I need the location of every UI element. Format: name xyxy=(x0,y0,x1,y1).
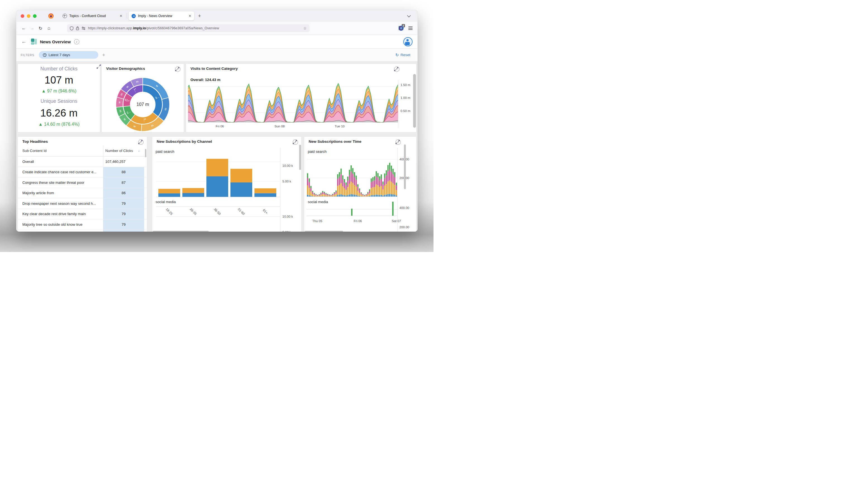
onepassword-icon[interactable] xyxy=(399,26,404,31)
back-button[interactable]: ← xyxy=(20,26,28,31)
time-bar-segment-orange[interactable] xyxy=(387,182,388,194)
time-bar-segment-magenta[interactable] xyxy=(389,170,390,181)
time-bar-segment-green[interactable] xyxy=(347,176,348,181)
time-bar-segment-green[interactable] xyxy=(372,177,373,181)
expand-icon[interactable] xyxy=(394,67,398,71)
time-bar-segment-orange[interactable] xyxy=(377,185,378,195)
time-bar-segment-orange[interactable] xyxy=(322,194,323,196)
time-bar-segment-orange[interactable] xyxy=(357,191,358,196)
time-bar-segment-green[interactable] xyxy=(393,169,394,174)
time-bar-segment-orange[interactable] xyxy=(372,187,373,195)
time-bar-segment-green[interactable] xyxy=(341,169,342,174)
time-bar-segment-magenta[interactable] xyxy=(396,185,397,190)
time-bar-segment-magenta[interactable] xyxy=(334,193,335,194)
permissions-icon[interactable] xyxy=(82,26,85,30)
time-bar-segment-magenta[interactable] xyxy=(381,179,382,186)
time-bar-segment-blue[interactable] xyxy=(355,195,357,197)
time-bar-segment-green[interactable] xyxy=(391,166,392,172)
time-bar-segment-magenta[interactable] xyxy=(310,188,311,191)
tracking-shield-icon[interactable] xyxy=(70,26,74,31)
table-row[interactable]: Overall107,460,257 xyxy=(18,157,147,167)
time-bar-segment-orange[interactable] xyxy=(364,196,365,197)
time-bar-segment-magenta[interactable] xyxy=(322,192,323,194)
time-bar-segment-blue[interactable] xyxy=(352,194,353,197)
time-bar-segment-magenta[interactable] xyxy=(372,181,373,187)
time-bar-segment-blue[interactable] xyxy=(382,195,384,197)
stacked-area-chart[interactable] xyxy=(188,81,398,127)
time-bar-segment-orange[interactable] xyxy=(352,183,353,194)
time-bar-segment-magenta[interactable] xyxy=(309,182,310,188)
time-bar-segment-green[interactable] xyxy=(320,193,321,194)
time-bar-segment-blue[interactable] xyxy=(354,195,355,197)
time-bar-segment-green[interactable] xyxy=(357,184,358,187)
reset-button[interactable]: ↻ Reset xyxy=(395,53,413,57)
add-filter-button[interactable]: + xyxy=(102,52,105,58)
time-bar-segment-blue[interactable] xyxy=(374,195,375,197)
time-bar-segment-magenta[interactable] xyxy=(330,195,332,196)
bar-segment-orange[interactable] xyxy=(182,188,204,193)
home-button[interactable]: ⌂ xyxy=(45,26,53,31)
time-bar-segment-magenta[interactable] xyxy=(332,194,333,195)
time-bar-segment-blue[interactable] xyxy=(384,195,385,197)
time-bar-segment-orange[interactable] xyxy=(366,195,367,196)
time-bar-segment-green[interactable] xyxy=(369,190,370,191)
time-bar-segment-magenta[interactable] xyxy=(307,178,308,185)
time-bar-segment-orange[interactable] xyxy=(376,184,377,194)
time-bar-segment-magenta[interactable] xyxy=(354,177,355,185)
time-bar-segment-green[interactable] xyxy=(379,176,380,181)
time-bar-segment-magenta[interactable] xyxy=(351,172,352,182)
time-bar-segment-blue[interactable] xyxy=(309,195,310,197)
time-bar-segment-blue[interactable] xyxy=(342,195,343,197)
time-bar-segment-green[interactable] xyxy=(310,186,311,188)
time-bar-segment-orange[interactable] xyxy=(396,190,397,195)
time-bar-segment-green[interactable] xyxy=(352,168,353,174)
time-bar-segment-orange[interactable] xyxy=(367,194,368,196)
time-bar-segment-magenta[interactable] xyxy=(355,180,357,186)
time-bar-segment-green[interactable] xyxy=(371,179,372,182)
time-bar-segment-blue[interactable] xyxy=(379,195,380,197)
panel-vertical-scrollbar[interactable] xyxy=(299,145,301,170)
time-bar-segment-blue[interactable] xyxy=(386,194,387,197)
time-bar-segment-magenta[interactable] xyxy=(339,177,340,185)
time-bar-segment-orange[interactable] xyxy=(389,181,390,194)
time-bar-segment-green[interactable] xyxy=(367,192,368,193)
time-bar-segment-magenta[interactable] xyxy=(312,192,313,194)
time-bar-segment-green[interactable] xyxy=(359,189,360,190)
time-bar-segment-orange[interactable] xyxy=(341,183,342,194)
time-bar-segment-orange[interactable] xyxy=(337,186,338,195)
time-bar-segment-green[interactable] xyxy=(334,192,335,193)
time-bar-segment-blue[interactable] xyxy=(381,195,382,197)
time-bar-segment-magenta[interactable] xyxy=(387,171,388,181)
time-bar-segment-green[interactable] xyxy=(376,171,377,176)
time-bar-segment-green[interactable] xyxy=(309,179,310,182)
table-row[interactable]: Key clear decade rest drive family main7… xyxy=(18,209,147,219)
time-bar-segment-green[interactable] xyxy=(386,170,387,176)
time-bar-segment-blue[interactable] xyxy=(345,195,347,197)
time-bar-segment-green[interactable] xyxy=(335,191,336,192)
bar-segment-blue[interactable] xyxy=(231,182,252,197)
time-bar-segment-blue[interactable] xyxy=(337,195,338,197)
panel-horizontal-scrollbar[interactable] xyxy=(305,231,343,232)
time-bar-segment-blue[interactable] xyxy=(372,195,373,197)
time-bar-segment-green[interactable] xyxy=(345,182,347,185)
expand-icon[interactable] xyxy=(97,65,101,69)
time-bar-segment-green[interactable] xyxy=(342,175,343,180)
time-bar-segment-magenta[interactable] xyxy=(394,177,395,185)
time-bar-segment-green[interactable] xyxy=(389,163,390,170)
time-bar-segment-orange[interactable] xyxy=(314,195,315,196)
time-bar-segment-green[interactable] xyxy=(377,173,378,178)
table-row[interactable]: Drop newspaper next season way second h.… xyxy=(18,199,147,209)
tab-confluent[interactable]: Topics - Confluent Cloud ✕ xyxy=(60,11,125,20)
time-bar-segment-orange[interactable] xyxy=(394,185,395,195)
time-bar-segment-orange[interactable] xyxy=(355,186,357,195)
time-bar-segment-magenta[interactable] xyxy=(325,194,327,195)
minimize-window-button[interactable] xyxy=(27,14,30,18)
expand-icon[interactable] xyxy=(175,67,179,71)
time-bar-segment-magenta[interactable] xyxy=(376,176,377,184)
table-scrollbar[interactable] xyxy=(145,149,146,157)
time-bar-segment-orange[interactable] xyxy=(319,195,320,196)
time-bar-segment-orange[interactable] xyxy=(354,185,355,195)
time-bar-segment-magenta[interactable] xyxy=(335,192,336,194)
time-bar-segment-green[interactable] xyxy=(387,165,388,172)
time-bar-segment-orange[interactable] xyxy=(393,183,394,194)
